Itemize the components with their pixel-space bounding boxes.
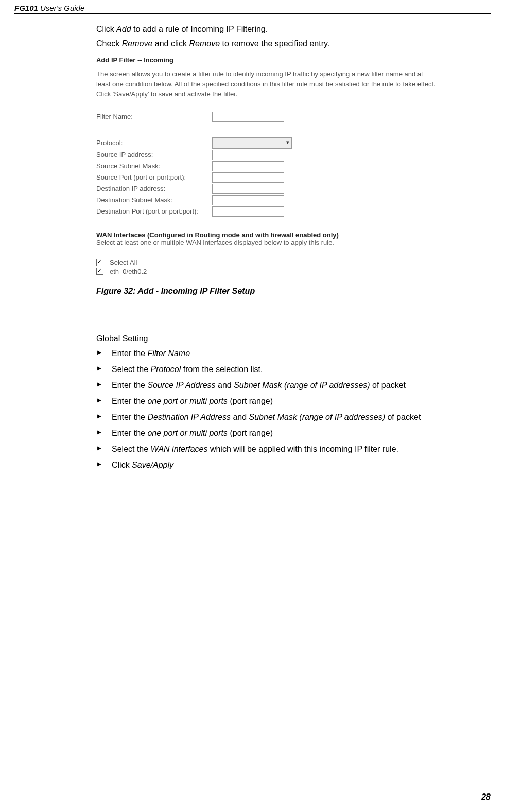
list-item: Select the WAN interfaces which will be … — [112, 443, 491, 455]
wan-title: WAN Interfaces (Configured in Routing mo… — [96, 231, 436, 239]
select-protocol[interactable] — [212, 137, 292, 149]
row-filter-name: Filter Name: — [96, 112, 436, 122]
keyword: Protocol — [151, 365, 181, 374]
row-src-port: Source Port (port or port:port): — [96, 172, 436, 183]
keyword: WAN interfaces — [151, 445, 208, 453]
row-protocol: Protocol: — [96, 137, 436, 149]
label-filter-name: Filter Name: — [96, 113, 212, 120]
checkbox-label: eth_0/eth0.2 — [110, 268, 147, 275]
row-src-ip: Source IP address: — [96, 150, 436, 160]
keyword: Filter Name — [147, 349, 190, 358]
text: Click — [96, 25, 116, 33]
text: which will be applied with this incoming… — [207, 445, 398, 453]
input-dst-port[interactable] — [212, 206, 284, 217]
text: Enter the — [112, 429, 147, 437]
keyword: Subnet Mask (range of IP addresses) — [249, 413, 385, 421]
input-filter-name[interactable] — [212, 112, 284, 122]
text: Enter the — [112, 381, 147, 390]
text: to add a rule of Incoming IP Filtering. — [131, 25, 268, 33]
intro-line-2: Check Remove and click Remove to remove … — [96, 38, 491, 50]
text: of packet — [370, 381, 406, 390]
text: Enter the — [112, 413, 147, 421]
text: to remove the specified entry. — [220, 39, 329, 48]
text: Select the — [112, 445, 151, 453]
checkbox-select-all[interactable] — [96, 259, 103, 266]
text: Check — [96, 39, 122, 48]
list-item: Enter the one port or multi ports (port … — [112, 427, 491, 439]
checkbox-label: Select All — [110, 259, 137, 267]
list-item: Enter the one port or multi ports (port … — [112, 395, 491, 408]
keyword: one port or multi ports — [147, 429, 228, 437]
text: Select the — [112, 365, 151, 374]
input-dst-mask[interactable] — [212, 195, 284, 205]
keyword: Destination IP Address — [147, 413, 231, 421]
figure-caption: Figure 32: Add - Incoming IP Filter Setu… — [96, 287, 491, 296]
row-src-mask: Source Subnet Mask: — [96, 161, 436, 171]
text: (port range) — [228, 397, 273, 405]
checkbox-row-select-all: Select All — [96, 259, 436, 267]
section-title: Global Setting — [96, 334, 491, 343]
label-src-mask: Source Subnet Mask: — [96, 162, 212, 170]
label-dst-ip: Destination IP address: — [96, 185, 212, 192]
page-number: 28 — [481, 792, 491, 802]
header-rest: User's Guide — [38, 4, 84, 12]
list-item: Enter the Destination IP Address and Sub… — [112, 411, 491, 423]
text: Enter the — [112, 349, 147, 358]
text: and click — [152, 39, 189, 48]
row-dst-port: Destination Port (port or port:port): — [96, 206, 436, 217]
text: of packet — [385, 413, 421, 421]
input-dst-ip[interactable] — [212, 184, 284, 194]
input-src-mask[interactable] — [212, 161, 284, 171]
text: and — [231, 413, 249, 421]
list-item: Click Save/Apply — [112, 459, 491, 471]
text: and — [216, 381, 234, 390]
text: Click — [112, 461, 132, 469]
label-dst-port: Destination Port (port or port:port): — [96, 207, 212, 215]
keyword: Source IP Address — [147, 381, 215, 390]
router-screenshot: Add IP Filter -- Incoming The screen all… — [96, 56, 436, 275]
label-src-port: Source Port (port or port:port): — [96, 173, 212, 181]
wan-description: Select at least one or multiple WAN inte… — [96, 239, 436, 246]
add-keyword: Add — [116, 25, 131, 33]
keyword: one port or multi ports — [147, 397, 228, 405]
text: Enter the — [112, 397, 147, 405]
label-protocol: Protocol: — [96, 139, 212, 147]
list-item: Select the Protocol from the selection l… — [112, 363, 491, 376]
list-item: Enter the Source IP Address and Subnet M… — [112, 379, 491, 392]
text: (port range) — [228, 429, 273, 437]
remove-keyword: Remove — [122, 39, 153, 48]
checkbox-row-eth: eth_0/eth0.2 — [96, 268, 436, 275]
router-title: Add IP Filter -- Incoming — [96, 56, 436, 64]
row-dst-ip: Destination IP address: — [96, 184, 436, 194]
input-src-ip[interactable] — [212, 150, 284, 160]
header-title: FG101 User's Guide — [14, 4, 84, 12]
header-product: FG101 — [14, 4, 38, 12]
bullet-list: Enter the Filter Name Select the Protoco… — [96, 347, 491, 471]
keyword: Subnet Mask (range of IP addresses) — [234, 381, 370, 390]
checkbox-eth[interactable] — [96, 268, 103, 275]
page-content: Click Add to add a rule of Incoming IP F… — [96, 23, 491, 475]
label-src-ip: Source IP address: — [96, 151, 212, 158]
input-src-port[interactable] — [212, 172, 284, 183]
header-divider — [14, 13, 491, 14]
list-item: Enter the Filter Name — [112, 347, 491, 360]
router-description: The screen allows you to create a filter… — [96, 69, 436, 99]
row-dst-mask: Destination Subnet Mask: — [96, 195, 436, 205]
intro-line-1: Click Add to add a rule of Incoming IP F… — [96, 23, 491, 36]
keyword: Save/Apply — [132, 461, 173, 469]
remove-keyword: Remove — [189, 39, 220, 48]
label-dst-mask: Destination Subnet Mask: — [96, 196, 212, 204]
text: from the selection list. — [181, 365, 263, 374]
